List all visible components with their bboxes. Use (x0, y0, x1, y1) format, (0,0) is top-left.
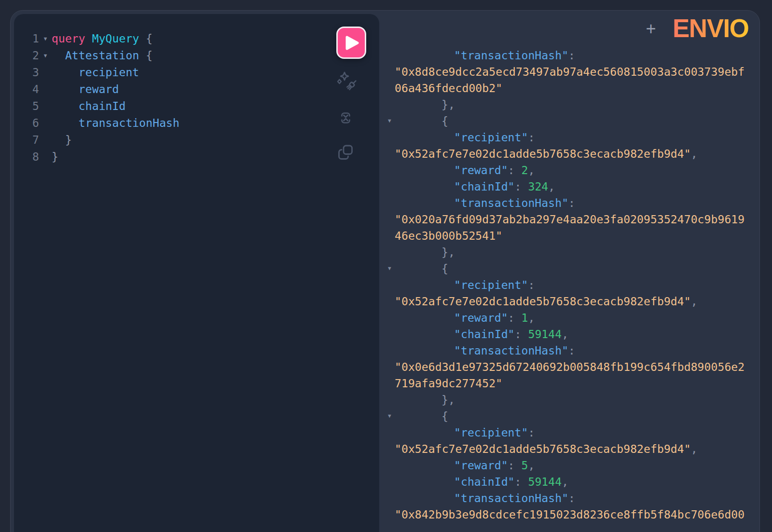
response-line: "recipient": (395, 277, 760, 293)
code-token (52, 117, 79, 129)
editor-code: Attestation { (52, 47, 152, 64)
code-token: , (528, 459, 535, 472)
editor-line[interactable]: 5 chainId (14, 98, 379, 115)
code-token: : (568, 344, 575, 357)
code-token: "0x52afc7e7e02dc1adde5b7658c3ecacb982efb… (395, 148, 691, 160)
code-token: , (528, 312, 535, 324)
editor-line[interactable]: 6 transactionHash (14, 115, 379, 132)
code-token: : (515, 328, 528, 341)
response-viewer: "transactionHash":"0x8d8ce9dcc2a5ecd7349… (395, 47, 760, 523)
editor-code: } (52, 132, 72, 149)
code-token: : (528, 131, 535, 144)
code-token: , (528, 164, 535, 177)
query-editor[interactable]: 1▼query MyQuery {2▼ Attestation {3 recip… (14, 30, 379, 165)
code-token: { (441, 410, 448, 423)
code-token: "recipient" (454, 279, 528, 291)
code-token: query (52, 32, 85, 45)
envio-logo[interactable]: ENVIO (673, 16, 748, 41)
fold-marker-empty (39, 132, 52, 149)
editor-line[interactable]: 1▼query MyQuery { (14, 30, 379, 47)
code-token: , (691, 443, 698, 455)
code-token: 46ec3b000b52541" (395, 230, 502, 242)
fold-marker-empty (39, 149, 52, 165)
code-token (52, 83, 79, 95)
code-token: transactionHash (79, 117, 179, 129)
code-token: { (441, 115, 448, 127)
collapse-marker[interactable]: ▼ (388, 260, 391, 277)
code-token: : (515, 476, 528, 488)
code-token: "transactionHash" (454, 492, 568, 505)
execute-query-button[interactable] (336, 27, 366, 59)
code-token: : (568, 492, 575, 505)
graphiql-app: { "colors": { "page_bg": "#222836", "car… (0, 0, 772, 532)
response-line: "transactionHash": (395, 195, 760, 211)
response-line: "recipient": (395, 129, 760, 146)
fold-marker[interactable]: ▼ (39, 47, 52, 64)
fold-marker-empty (39, 81, 52, 98)
code-token: 59144 (528, 328, 562, 341)
code-token: , (691, 148, 698, 160)
code-token: "0x8d8ce9dcc2a5ecd73497ab97a4ec560815003… (395, 66, 744, 78)
collapse-marker[interactable]: ▼ (388, 408, 391, 424)
fold-marker-empty (39, 64, 52, 81)
line-number: 2 (14, 47, 39, 64)
response-line: }, (395, 392, 760, 408)
response-line: "chainId": 324, (395, 178, 760, 195)
editor-code: query MyQuery { (52, 30, 152, 47)
editor-line[interactable]: 8} (14, 149, 379, 165)
line-number: 3 (14, 64, 39, 81)
editor-line[interactable]: 2▼ Attestation { (14, 47, 379, 64)
code-token: "reward" (454, 312, 508, 324)
line-number: 8 (14, 149, 39, 165)
code-token: "chainId" (454, 476, 515, 488)
code-token: "chainId" (454, 180, 515, 193)
response-line: }, (395, 244, 760, 260)
code-token: "chainId" (454, 328, 515, 341)
code-token: recipient (79, 66, 139, 79)
code-token: }, (441, 394, 455, 406)
response-line: "0x52afc7e7e02dc1adde5b7658c3ecacb982efb… (395, 146, 760, 162)
prettify-icon (336, 71, 358, 95)
editor-code: chainId (52, 98, 125, 115)
code-token: : (568, 197, 575, 209)
code-token: : (508, 312, 522, 324)
editor-line[interactable]: 3 recipient (14, 64, 379, 81)
code-token: "reward" (454, 459, 508, 472)
add-tab-button[interactable]: + (643, 20, 659, 39)
copy-button[interactable] (336, 143, 355, 163)
code-token: { (139, 32, 152, 45)
editor-line[interactable]: 7 } (14, 132, 379, 149)
code-token: , (691, 295, 698, 308)
code-token: } (52, 134, 72, 146)
response-line: "0x020a76fd09d37ab2ba297e4aa20e3fa020953… (395, 211, 760, 228)
code-token: 719afa9dc277452" (395, 377, 502, 390)
code-token: { (441, 262, 448, 275)
code-token: , (562, 476, 568, 488)
code-token: : (508, 459, 522, 472)
fold-marker[interactable]: ▼ (39, 30, 52, 47)
merge-fragments-icon (337, 109, 355, 127)
code-token: : (528, 426, 535, 439)
prettify-button[interactable] (336, 71, 358, 95)
editor-code: recipient (52, 64, 139, 81)
fold-marker-empty (39, 98, 52, 115)
response-line: "transactionHash": (395, 490, 760, 506)
editor-code: transactionHash (52, 115, 179, 132)
merge-fragments-button[interactable] (337, 109, 355, 127)
response-line: "reward": 1, (395, 310, 760, 326)
code-token: MyQuery (92, 32, 139, 45)
editor-line[interactable]: 4 reward (14, 81, 379, 98)
response-line: "chainId": 59144, (395, 326, 760, 342)
editor-code: } (52, 149, 58, 165)
editor-code: reward (52, 81, 119, 98)
response-line: "chainId": 59144, (395, 474, 760, 490)
code-token: "reward" (454, 164, 508, 177)
code-token (52, 66, 79, 79)
code-token: 1 (521, 312, 528, 324)
response-line: "0x52afc7e7e02dc1adde5b7658c3ecacb982efb… (395, 293, 760, 310)
collapse-marker[interactable]: ▼ (388, 113, 391, 129)
code-token (52, 49, 65, 62)
code-token: 59144 (528, 476, 562, 488)
code-token: chainId (79, 100, 126, 112)
code-token: 06a436fdecd00b2" (395, 82, 502, 95)
